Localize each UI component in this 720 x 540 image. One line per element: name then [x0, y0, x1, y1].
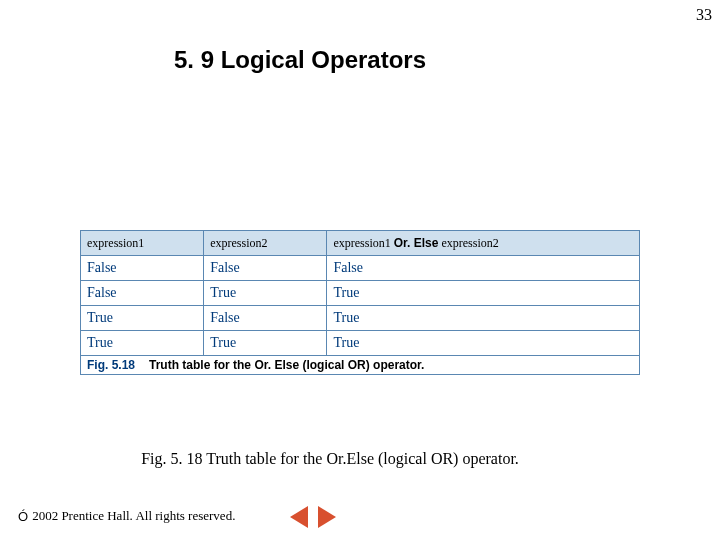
table-row: False False False	[81, 256, 640, 281]
cell: True	[327, 281, 640, 306]
copyright-symbol: Ó	[18, 509, 28, 524]
cell: False	[327, 256, 640, 281]
caption-op: Or. Else	[254, 358, 299, 372]
cell: True	[204, 331, 327, 356]
table-row: True True True	[81, 331, 640, 356]
col-header-3-pre: expression1	[333, 236, 393, 250]
col-header-3-op: Or. Else	[394, 236, 439, 250]
table-row: True False True	[81, 306, 640, 331]
col-header-3-post: expression2	[438, 236, 498, 250]
caption-mid: (logical	[299, 358, 348, 372]
truth-table-wrap: expression1 expression2 expression1 Or. …	[80, 230, 640, 375]
copyright-text: 2002 Prentice Hall. All rights reserved.	[32, 508, 235, 524]
col-header-2: expression2	[204, 231, 327, 256]
table-caption-text: Truth table for the Or. Else (logical OR…	[149, 358, 424, 372]
table-caption-bar: Fig. 5.18 Truth table for the Or. Else (…	[80, 356, 640, 375]
cell: False	[81, 256, 204, 281]
figure-caption: Fig. 5. 18 Truth table for the Or.Else (…	[0, 450, 690, 468]
cell: True	[81, 331, 204, 356]
cell: False	[81, 281, 204, 306]
cell: True	[327, 331, 640, 356]
col-header-1: expression1	[81, 231, 204, 256]
table-row: False True True	[81, 281, 640, 306]
col-header-3: expression1 Or. Else expression2	[327, 231, 640, 256]
cell: False	[204, 306, 327, 331]
next-slide-icon[interactable]	[318, 506, 336, 528]
cell: True	[327, 306, 640, 331]
table-caption-fignum: Fig. 5.18	[87, 358, 135, 372]
cell: True	[204, 281, 327, 306]
page-number: 33	[696, 6, 712, 24]
cell: False	[204, 256, 327, 281]
table-header-row: expression1 expression2 expression1 Or. …	[81, 231, 640, 256]
slide-nav	[290, 506, 336, 528]
prev-slide-icon[interactable]	[290, 506, 308, 528]
caption-pre: Truth table for the	[149, 358, 254, 372]
caption-post: ) operator.	[366, 358, 425, 372]
cell: True	[81, 306, 204, 331]
page-title: 5. 9 Logical Operators	[0, 46, 660, 74]
caption-op2: OR	[348, 358, 366, 372]
footer-copyright: Ó 2002 Prentice Hall. All rights reserve…	[18, 508, 235, 524]
truth-table: expression1 expression2 expression1 Or. …	[80, 230, 640, 356]
